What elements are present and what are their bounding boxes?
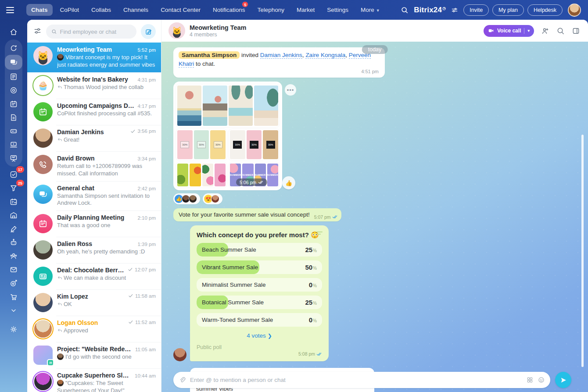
nav-item-collabs[interactable]: Collabs [86,4,116,16]
chat-list-item[interactable]: Logan Olsson 11:52 am Approved [27,316,161,342]
invite-button[interactable]: Invite [463,4,489,16]
chat-list-item[interactable]: Daily Planning Meeting 2:10 pm That was … [27,210,161,237]
poll-option[interactable]: Minimalist Summer Sale 0% [197,278,322,292]
conversation-avatar[interactable]: 🐱 [169,22,185,39]
chat-item-title: Kim Lopez [57,293,88,300]
sidebar-item-crm[interactable]: 25 [5,181,22,195]
chat-item-preview: "Cupcakes: The Sweet Superheroes of Your… [57,380,156,392]
chat-list-item[interactable]: Damian Jenkins 3:56 pm Great! [27,125,161,151]
nav-item-settings[interactable]: Settings [322,4,353,16]
chat-list-item[interactable]: General chat 2:42 pm Samantha Simpson se… [27,181,161,211]
poll-author-avatar[interactable] [173,348,186,361]
poll-option[interactable]: Beach Summer Sale 25% [197,243,322,257]
nav-item-channels[interactable]: Channels [118,4,153,16]
poll-option[interactable]: Warm-Toned Summer Sale 0% [197,313,322,327]
sidebar-item-mail[interactable] [5,263,22,276]
chat-item-time: 11:05 am [135,347,156,352]
avatar [33,128,53,148]
poll-menu-icon[interactable] [316,232,323,236]
quick-like-button[interactable]: 👍 [282,176,295,189]
image-gallery[interactable]: 30% 30% 30% 30% 30% 30% [173,82,282,190]
avatar [33,240,53,260]
hamburger-menu-icon[interactable] [4,4,16,16]
sidebar-item-settings[interactable] [5,322,22,336]
poll-message: Which concept do you prefer most? 😳 Beac… [173,225,385,361]
chat-list-item[interactable]: Dalien Ross 1:39 pm Oh yeah, he's pretty… [27,237,161,263]
gallery-card-pastel[interactable]: 30% 30% 30% [176,129,227,160]
sidebar-item-store[interactable] [5,290,22,303]
attach-icon[interactable] [179,376,186,384]
reply-arrow-icon [57,136,64,143]
gallery-card-beach[interactable] [176,84,280,127]
apps-grid-icon[interactable] [526,376,534,384]
sidebar-item-drive[interactable] [5,124,22,138]
sidebar-item-esign[interactable] [5,222,22,235]
poll-option[interactable]: Vibrant Summer Sale 50% [197,260,322,274]
chevron-down-icon: ▼ [376,8,380,13]
sidebar-item-workflows[interactable] [5,195,22,208]
sidebar-item-automation[interactable] [5,235,22,249]
chat-list-item[interactable]: Upcoming Campaigns Discussion 4:17 pm Co… [27,99,161,125]
sidebar-item-video-calls[interactable] [5,138,22,151]
new-chat-button[interactable] [141,24,156,39]
sidebar-item-docs[interactable] [5,110,22,124]
voice-call-button[interactable]: Voice call ▾ [484,25,534,37]
gallery-card-botanical[interactable] [176,162,227,188]
filter-icon[interactable] [33,27,42,37]
poll-option[interactable]: Botanical Summer Sale 25% [197,296,322,309]
nav-item-telephony[interactable]: Telephony [252,4,289,16]
sidebar-item-copilot[interactable] [5,41,22,55]
conversation-header: 🐱 Meowrketing Team 4 members Voice call … [161,20,588,42]
poll-option-label: Vibrant Summer Sale [202,264,258,271]
send-button[interactable] [555,372,571,388]
reaction-chip[interactable]: 😍 [203,193,222,204]
sidebar-item-hr[interactable] [5,249,22,263]
emoji-icon[interactable] [538,376,545,384]
sidebar-item-tasks[interactable]: 17 [5,167,22,181]
sidebar-item-marketing[interactable] [5,276,22,290]
chat-list-item[interactable]: David Brown 3:34 pm Return call to +1200… [27,151,161,181]
nav-item-chats[interactable]: Chats [26,4,53,16]
sidebar-item-whiteboard[interactable] [5,151,22,165]
chat-list-item[interactable]: Kim Lopez 11:58 am OK [27,289,161,316]
system-author[interactable]: Samantha Simpson [179,51,240,59]
sidebar-item-calendar[interactable] [5,97,22,110]
chat-list-item[interactable]: Project: "Website Redesign" 11:05 am I'd… [27,342,161,368]
my-plan-button[interactable]: My plan [492,4,524,16]
sidebar-item-feed[interactable] [5,70,22,83]
mention-link[interactable]: Zaire Kongsala [305,52,345,59]
helpdesk-button[interactable]: Helpdesk [527,4,563,16]
user-avatar[interactable] [568,4,581,17]
panel-toggle-icon[interactable] [572,27,580,35]
nav-item-copilot[interactable]: CoPilot [55,4,84,16]
message-input[interactable] [190,377,522,383]
chat-search-icon[interactable] [556,27,565,35]
chat-list-item[interactable]: Cupcake Superhero Slogan Ideas 10:44 am … [27,368,161,392]
sidebar-item-tasks-ring[interactable] [5,83,22,97]
sidebar-item-home[interactable] [5,25,22,39]
sidebar-item-warehouse[interactable] [5,208,22,222]
chat-list-item[interactable]: 🐱 Meowrketing Team 5:52 pm Vibrant conce… [27,43,161,72]
chat-list-item[interactable]: 🧁 Website for Ina's Bakery 4:31 pm Thoma… [27,72,161,99]
sidebar-more-chevron-icon[interactable] [5,303,22,317]
conversation-members[interactable]: 4 members [190,32,246,38]
chat-list-item[interactable]: Deal: Chocolate Berry Cake 12:07 pm We c… [27,263,161,289]
nav-item-more[interactable]: More▼ [356,4,385,16]
nav-item-market[interactable]: Market [292,4,319,16]
nav-item-notifications[interactable]: Notifications5 [208,4,250,16]
mention-link[interactable]: Damian Jenkins [260,52,302,59]
avatar [33,102,53,121]
sidebar-item-chats[interactable] [5,55,22,70]
poll-votes-link[interactable]: 4 votes❯ [197,332,322,339]
voice-call-chevron-icon[interactable]: ▾ [527,29,530,33]
gallery-card-dark[interactable]: 30% 30% 30% [229,129,280,160]
add-member-icon[interactable] [541,27,549,35]
search-input[interactable] [60,29,132,35]
nav-item-contact-center[interactable]: Contact Center [156,4,205,16]
chat-item-title: Upcoming Campaigns Discussion [57,102,135,109]
global-search-icon[interactable] [401,6,409,14]
chat-scrollbar[interactable] [581,135,584,367]
reaction-chip[interactable]: 👍 [173,193,200,204]
sliders-icon[interactable] [451,7,458,14]
message-more-button[interactable]: ••• [285,84,296,96]
